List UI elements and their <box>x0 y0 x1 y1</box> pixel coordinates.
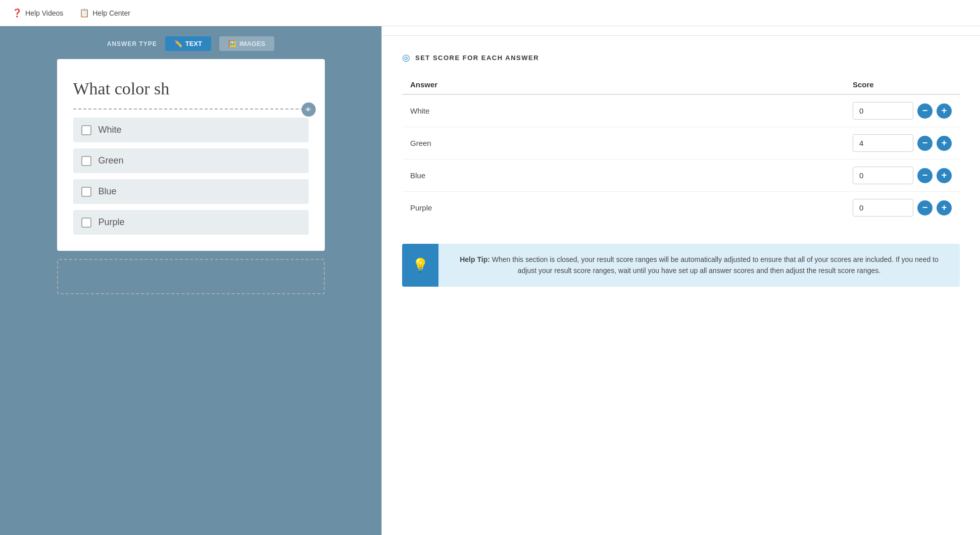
section-heading-icon: ◎ <box>402 52 410 63</box>
help-tip-body: When this section is closed, your result… <box>490 255 939 275</box>
add-answer-box[interactable] <box>57 259 325 294</box>
checkbox-blue[interactable] <box>81 187 91 197</box>
answer-label-purple: Purple <box>99 217 125 228</box>
table-row: Purple−+ <box>402 192 960 224</box>
text-tab-icon: ✏️ <box>174 40 182 47</box>
score-minus-blue[interactable]: − <box>917 168 933 183</box>
tab-text[interactable]: ✏️ TEXT <box>165 36 211 51</box>
score-input-blue[interactable] <box>853 167 913 184</box>
help-videos-nav[interactable]: ❓ Help Videos <box>12 8 63 18</box>
col-answer-header: Answer <box>402 75 845 94</box>
answer-type-label: ANSWER TYPE <box>107 40 157 47</box>
panel-body: ◎ SET SCORE FOR EACH ANSWER Answer Score… <box>382 36 980 535</box>
col-score-header: Score <box>845 75 960 94</box>
checkbox-purple[interactable] <box>81 218 91 228</box>
images-tab-icon: 🖼️ <box>228 40 236 47</box>
answer-cell-purple: Purple <box>402 192 845 224</box>
answer-label-green: Green <box>99 155 124 166</box>
question-card: What color sh 👁 White Green Blue Purple <box>57 59 325 251</box>
checkbox-green[interactable] <box>81 156 91 166</box>
eye-icon[interactable]: 👁 <box>302 102 316 117</box>
answer-option-blue: Blue <box>73 179 309 204</box>
score-input-white[interactable] <box>853 102 913 120</box>
top-nav: ❓ Help Videos 📋 Help Center <box>0 0 980 26</box>
help-videos-label: Help Videos <box>25 9 63 17</box>
answer-cell-blue: Blue <box>402 159 845 192</box>
score-input-green[interactable] <box>853 134 913 152</box>
right-panel: ☑ Set Answer Scores ◎ SET SCORE FOR EACH… <box>381 0 980 535</box>
answer-option-white: White <box>73 118 309 142</box>
table-row: Green−+ <box>402 127 960 159</box>
section-heading-text: SET SCORE FOR EACH ANSWER <box>415 54 539 62</box>
score-cell-blue: −+ <box>845 159 960 192</box>
help-tip-bold: Help Tip: <box>460 255 490 263</box>
answer-label-blue: Blue <box>99 186 117 197</box>
answer-cell-green: Green <box>402 127 845 159</box>
score-minus-purple[interactable]: − <box>917 200 933 216</box>
images-tab-label: IMAGES <box>239 40 265 47</box>
checkbox-white[interactable] <box>81 125 91 135</box>
help-center-label: Help Center <box>92 9 130 17</box>
section-heading: ◎ SET SCORE FOR EACH ANSWER <box>402 52 960 63</box>
answer-type-bar: ANSWER TYPE ✏️ TEXT 🖼️ IMAGES <box>0 26 381 59</box>
score-plus-white[interactable]: + <box>937 103 952 119</box>
score-plus-green[interactable]: + <box>937 136 952 151</box>
question-text: What color sh <box>73 79 309 98</box>
score-table: Answer Score White−+Green−+Blue−+Purple−… <box>402 75 960 224</box>
answer-label-white: White <box>99 125 122 135</box>
help-tip-icon-col: 💡 <box>402 244 438 287</box>
score-plus-blue[interactable]: + <box>937 168 952 183</box>
score-minus-white[interactable]: − <box>917 103 933 119</box>
score-cell-white: −+ <box>845 94 960 127</box>
table-row: White−+ <box>402 94 960 127</box>
score-cell-purple: −+ <box>845 192 960 224</box>
tab-images[interactable]: 🖼️ IMAGES <box>219 36 274 51</box>
score-plus-purple[interactable]: + <box>937 200 952 216</box>
answer-option-green: Green <box>73 148 309 173</box>
help-center-nav[interactable]: 📋 Help Center <box>79 8 130 18</box>
table-row: Blue−+ <box>402 159 960 192</box>
score-input-purple[interactable] <box>853 199 913 217</box>
help-tip: 💡 Help Tip: When this section is closed,… <box>402 244 960 287</box>
score-cell-green: −+ <box>845 127 960 159</box>
text-tab-label: TEXT <box>185 40 202 47</box>
lightbulb-icon: 💡 <box>412 257 428 273</box>
left-panel: ANSWER TYPE ✏️ TEXT 🖼️ IMAGES What color… <box>0 26 381 535</box>
answer-options-list: White Green Blue Purple <box>73 118 309 235</box>
help-tip-text: Help Tip: When this section is closed, y… <box>438 244 960 287</box>
help-center-icon: 📋 <box>79 8 89 18</box>
answer-option-purple: Purple <box>73 210 309 235</box>
answer-cell-white: White <box>402 94 845 127</box>
divider <box>73 109 309 110</box>
help-videos-icon: ❓ <box>12 8 22 18</box>
score-minus-green[interactable]: − <box>917 136 933 151</box>
